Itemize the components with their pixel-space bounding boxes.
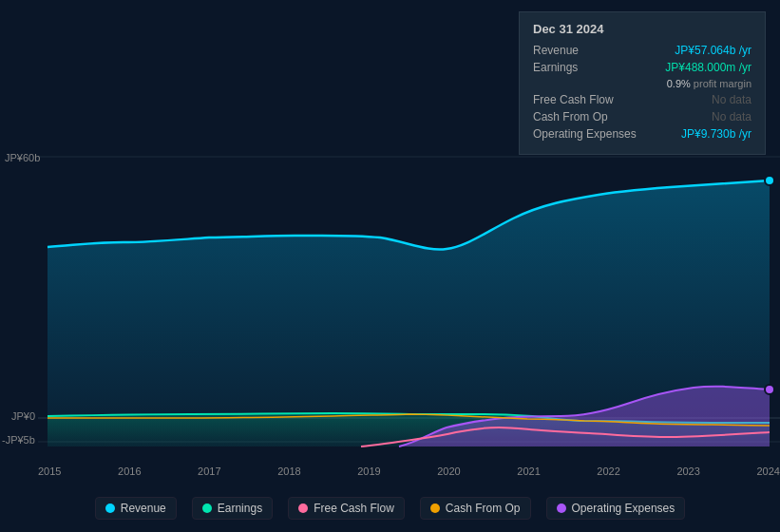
y-label-60b: JP¥60b [5,152,40,163]
tooltip-label-revenue: Revenue [533,44,579,57]
legend-dot-earnings [202,504,212,513]
legend-dot-cashfromop [430,504,440,513]
legend-dot-opex [557,504,566,513]
tooltip-value-fcf: No data [712,93,751,106]
tooltip-label-cashfromop: Cash From Op [533,110,608,124]
y-label-0: JP¥0 [11,410,35,422]
tooltip-value-earnings: JP¥488.000m /yr [665,61,751,74]
tooltip-row-earnings: Earnings JP¥488.000m /yr [533,61,751,74]
legend-revenue[interactable]: Revenue [95,497,177,520]
tooltip-row-fcf: Free Cash Flow No data [533,93,751,106]
x-label-2016: 2016 [118,466,141,477]
tooltip-label-earnings: Earnings [533,61,578,74]
legend-opex[interactable]: Operating Expenses [546,497,686,520]
x-label-2021: 2021 [517,466,540,477]
legend-label-earnings: Earnings [218,502,262,515]
x-label-2017: 2017 [198,466,220,477]
tooltip-row-opex: Operating Expenses JP¥9.730b /yr [533,127,751,141]
legend-earnings[interactable]: Earnings [192,497,273,520]
legend-label-revenue: Revenue [121,502,166,515]
legend-fcf[interactable]: Free Cash Flow [288,497,405,520]
chart-area: JP¥60b JP¥0 -JP¥5b 2015 2016 2017 2018 2… [0,0,780,484]
tooltip-value-cashfromop: No data [712,110,751,124]
tooltip-value-revenue: JP¥57.064b /yr [675,44,751,57]
legend-dot-fcf [298,504,308,513]
y-label-neg5b: -JP¥5b [2,434,35,446]
legend-label-opex: Operating Expenses [572,502,675,515]
tooltip-row-revenue: Revenue JP¥57.064b /yr [533,44,751,57]
legend-label-cashfromop: Cash From Op [446,502,521,515]
x-label-2020: 2020 [437,466,460,477]
x-axis-labels: 2015 2016 2017 2018 2019 2020 2021 2022 … [38,466,780,477]
profit-pct: 0.9% [667,78,691,89]
x-label-2018: 2018 [277,466,300,477]
x-label-2019: 2019 [357,466,380,477]
tooltip-label-fcf: Free Cash Flow [533,93,614,106]
svg-point-5 [765,385,774,394]
svg-point-4 [765,176,774,185]
x-label-2023: 2023 [676,466,699,477]
tooltip-row-cashfromop: Cash From Op No data [533,110,751,124]
tooltip-box: Dec 31 2024 Revenue JP¥57.064b /yr Earni… [519,11,766,155]
x-label-2024: 2024 [756,466,779,477]
legend: Revenue Earnings Free Cash Flow Cash Fro… [0,484,780,532]
tooltip-date: Dec 31 2024 [533,22,751,36]
tooltip-value-opex: JP¥9.730b /yr [681,127,751,141]
legend-label-fcf: Free Cash Flow [314,502,394,515]
legend-cashfromop[interactable]: Cash From Op [420,497,531,520]
profit-margin-row: 0.9% profit margin [533,78,751,89]
legend-dot-revenue [105,504,115,513]
x-label-2022: 2022 [597,466,619,477]
tooltip-label-opex: Operating Expenses [533,127,637,141]
x-label-2015: 2015 [38,466,61,477]
profit-margin-label: profit margin [694,78,751,89]
